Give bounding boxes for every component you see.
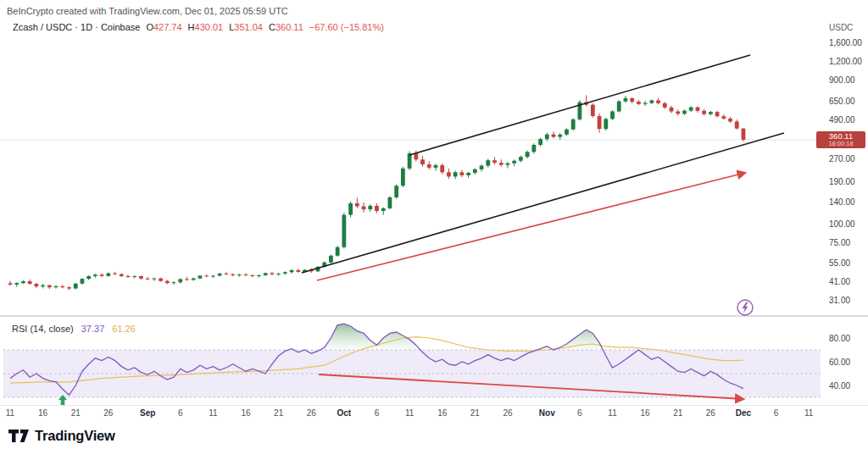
candle[interactable]	[283, 271, 287, 274]
candle[interactable]	[237, 274, 242, 276]
candle[interactable]	[211, 275, 215, 278]
candle[interactable]	[676, 109, 680, 115]
candle[interactable]	[519, 156, 523, 163]
candle[interactable]	[682, 109, 687, 114]
candle[interactable]	[153, 278, 157, 281]
candle[interactable]	[427, 161, 431, 169]
candle[interactable]	[270, 272, 275, 275]
candle[interactable]	[656, 98, 660, 105]
candle[interactable]	[231, 274, 235, 276]
candle[interactable]	[296, 269, 300, 273]
candle[interactable]	[47, 285, 52, 289]
candle[interactable]	[447, 169, 451, 179]
candle[interactable]	[453, 171, 458, 180]
candle[interactable]	[41, 284, 45, 288]
candle[interactable]	[172, 281, 176, 285]
candle[interactable]	[106, 273, 110, 277]
candle[interactable]	[610, 110, 615, 119]
candle[interactable]	[571, 119, 576, 130]
candle[interactable]	[388, 196, 392, 209]
candle[interactable]	[617, 100, 621, 112]
candle[interactable]	[54, 285, 58, 289]
candle[interactable]	[139, 275, 143, 280]
candle[interactable]	[721, 114, 726, 119]
candle[interactable]	[440, 164, 444, 175]
candle[interactable]	[28, 280, 32, 285]
candle[interactable]	[218, 273, 222, 276]
candle[interactable]	[192, 278, 196, 281]
candle[interactable]	[420, 156, 425, 167]
channel-lower[interactable]	[302, 133, 784, 273]
candle[interactable]	[499, 159, 504, 167]
candle[interactable]	[565, 128, 569, 136]
candle[interactable]	[709, 111, 713, 115]
candle[interactable]	[185, 277, 189, 280]
candle[interactable]	[329, 255, 333, 264]
candle[interactable]	[120, 274, 124, 277]
candle[interactable]	[531, 143, 536, 153]
candle[interactable]	[74, 283, 78, 289]
candle[interactable]	[401, 167, 405, 187]
candle[interactable]	[584, 95, 588, 106]
candle[interactable]	[381, 208, 386, 215]
candle[interactable]	[21, 280, 25, 284]
candle[interactable]	[264, 273, 268, 276]
candle[interactable]	[558, 133, 562, 140]
candle[interactable]	[159, 278, 163, 282]
candle[interactable]	[178, 279, 182, 284]
candle[interactable]	[728, 117, 732, 123]
chart-canvas[interactable]	[0, 0, 868, 449]
candle[interactable]	[204, 274, 209, 277]
candle[interactable]	[715, 111, 720, 118]
candle[interactable]	[742, 128, 746, 141]
candle[interactable]	[146, 277, 150, 280]
candle[interactable]	[526, 151, 530, 158]
candle[interactable]	[60, 285, 64, 288]
candle[interactable]	[355, 197, 359, 208]
candle[interactable]	[643, 101, 648, 106]
candle[interactable]	[34, 283, 38, 288]
candle[interactable]	[8, 281, 13, 286]
candle[interactable]	[93, 274, 97, 277]
candle[interactable]	[362, 202, 366, 213]
candle[interactable]	[100, 274, 104, 277]
candlestick-series[interactable]	[8, 95, 746, 290]
candle[interactable]	[290, 269, 294, 274]
candle[interactable]	[512, 159, 516, 166]
candle[interactable]	[552, 131, 556, 138]
candle[interactable]	[434, 164, 438, 170]
candle[interactable]	[459, 170, 464, 178]
candle[interactable]	[244, 273, 248, 275]
candle[interactable]	[368, 204, 372, 212]
symbol-info-row[interactable]: Zcash / USDC · 1D · CoinbaseO427.74H430.…	[13, 22, 384, 32]
candle[interactable]	[473, 169, 477, 175]
candle[interactable]	[486, 158, 490, 167]
candle[interactable]	[735, 119, 739, 130]
candle[interactable]	[81, 278, 85, 284]
lightning-button[interactable]	[737, 300, 753, 315]
candle[interactable]	[506, 162, 510, 169]
candle[interactable]	[670, 106, 674, 114]
candle[interactable]	[165, 280, 170, 284]
candle[interactable]	[598, 114, 602, 133]
candle[interactable]	[276, 273, 281, 275]
candle[interactable]	[663, 102, 667, 108]
candle[interactable]	[696, 106, 700, 113]
candle[interactable]	[375, 203, 379, 213]
candle[interactable]	[624, 96, 628, 103]
candle[interactable]	[702, 109, 706, 116]
candle[interactable]	[224, 272, 228, 274]
candle[interactable]	[480, 164, 484, 172]
candle[interactable]	[492, 157, 497, 164]
candle[interactable]	[126, 274, 131, 278]
candle[interactable]	[113, 272, 117, 275]
candle[interactable]	[342, 213, 346, 248]
candle[interactable]	[578, 100, 582, 120]
candle[interactable]	[604, 118, 608, 130]
candle[interactable]	[86, 275, 91, 280]
candle[interactable]	[637, 100, 641, 105]
candle[interactable]	[198, 275, 203, 280]
candle[interactable]	[336, 246, 340, 257]
candle[interactable]	[630, 97, 634, 103]
candle[interactable]	[394, 185, 398, 199]
